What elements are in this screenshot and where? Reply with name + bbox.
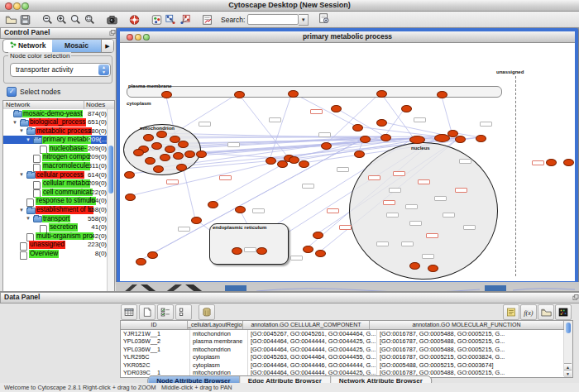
table-cell[interactable]: [GO:0044464, GO:0044446, GO:0044444, G..…	[248, 361, 377, 369]
table-row[interactable]: YKR052Ccytoplasm[GO:0044464, GO:0044446,…	[121, 361, 564, 369]
graph-node[interactable]	[409, 262, 420, 270]
graph-node[interactable]	[232, 247, 242, 255]
expander-icon[interactable]: ▼	[19, 208, 24, 213]
graph-node[interactable]	[409, 136, 425, 144]
graph-node[interactable]	[428, 265, 438, 272]
graph-node[interactable]	[331, 105, 342, 112]
expander-icon[interactable]: ▼	[26, 137, 31, 142]
new-document-icon[interactable]	[139, 304, 156, 320]
graph-node[interactable]	[455, 136, 466, 143]
help-lifering-icon[interactable]	[127, 13, 141, 26]
tree-row-label[interactable]: cellular process	[36, 171, 84, 179]
attribute-editor-icon[interactable]	[503, 304, 519, 320]
tree-row-label[interactable]: primary metabo	[42, 136, 91, 144]
table-cell[interactable]: YPL036W__2	[121, 337, 190, 345]
table-cell[interactable]: [GO:0044464, GO:0044444, GO:0044425, G..…	[248, 337, 377, 345]
save-icon[interactable]	[18, 13, 32, 26]
table-cell[interactable]: [GO:0016787, GO:0005488, GO:0005215, G..…	[377, 330, 564, 337]
float-panel-icon[interactable]	[572, 294, 579, 300]
close-window-icon[interactable]	[5, 2, 12, 10]
tree-row-label[interactable]: unassigned	[29, 241, 65, 249]
graph-node[interactable]	[160, 154, 170, 161]
graph-node[interactable]	[235, 206, 246, 213]
tree-row-label[interactable]: cellular metabo	[42, 179, 90, 188]
annotation-icon[interactable]	[200, 13, 214, 26]
tree-row[interactable]: cell communicat22(0)	[3, 188, 114, 197]
graph-node[interactable]	[153, 165, 164, 173]
graph-node[interactable]	[434, 134, 450, 142]
table-cell[interactable]: cytoplasm	[190, 361, 248, 369]
graph-node[interactable]	[321, 142, 332, 150]
tree-row[interactable]: ▼transport558(0)	[3, 214, 114, 223]
select-nodes-checkbox[interactable]: ✓	[7, 87, 17, 97]
graph-node[interactable]	[184, 151, 195, 158]
snapshot-camera-icon[interactable]	[105, 13, 119, 26]
tree-row-label[interactable]: nitrogen compo	[42, 153, 90, 161]
graph-node[interactable]	[196, 151, 207, 158]
table-cell[interactable]: YLR295C	[121, 353, 190, 361]
tree-row[interactable]: unassigned223(0)	[3, 241, 114, 250]
node-attributes-icon[interactable]	[150, 13, 164, 26]
tree-row-label[interactable]: cell communicat	[42, 189, 93, 197]
tree-row[interactable]: Overview8(0)	[3, 250, 114, 259]
graph-node[interactable]	[165, 146, 175, 153]
graph-node[interactable]	[476, 135, 486, 142]
graph-node[interactable]	[360, 136, 371, 143]
graph-node[interactable]	[234, 91, 245, 98]
network-window-titlebar[interactable]: primary metabolic process	[120, 31, 575, 43]
graph-node[interactable]	[546, 159, 557, 166]
attribute-matrix-icon[interactable]	[555, 304, 572, 320]
graph-node[interactable]	[563, 159, 574, 166]
graph-node[interactable]	[178, 141, 189, 148]
table-cell[interactable]: plasma membrane	[190, 337, 248, 345]
select-attributes-icon[interactable]	[157, 304, 174, 320]
graph-node[interactable]	[208, 201, 218, 208]
network-detail-icon[interactable]	[178, 13, 192, 26]
graph-node[interactable]	[143, 134, 154, 141]
table-cell[interactable]: [GO:0016787, GO:0005488, GO:0005215, G..…	[377, 346, 564, 353]
function-builder-icon[interactable]: f(x)	[520, 304, 537, 320]
graph-node[interactable]	[289, 156, 299, 164]
tree-row[interactable]: ▼cellular process614(0)	[3, 170, 114, 179]
tree-row[interactable]: ▼biological_process651(0)	[3, 118, 114, 127]
graph-node[interactable]	[124, 171, 135, 179]
expander-icon[interactable]: ▼	[12, 120, 17, 125]
graph-node[interactable]	[133, 149, 144, 156]
graph-node[interactable]	[401, 105, 412, 112]
node-color-dropdown[interactable]: transporter activity ▲▼	[10, 63, 111, 77]
tab-network[interactable]: Network	[3, 40, 52, 52]
graph-node[interactable]	[156, 131, 167, 138]
open-folder-icon[interactable]	[4, 13, 18, 26]
table-cell[interactable]: [GO:0016787, GO:0005215, GO:0003824, G..…	[377, 353, 564, 361]
column-header[interactable]: ID	[121, 321, 188, 329]
tree-row[interactable]: nucleobase-209(0)	[3, 144, 114, 153]
unselect-attributes-icon[interactable]	[175, 304, 192, 320]
table-cell[interactable]: [GO:0016787, GO:0005488, GO:0005215, G..…	[377, 337, 564, 345]
column-header[interactable]: _cellularLayoutRegion	[188, 321, 243, 329]
table-cell[interactable]: YPL036W__1	[121, 346, 190, 353]
frame-zoom-icon[interactable]	[143, 34, 150, 41]
graph-node[interactable]	[191, 217, 202, 224]
column-header[interactable]: annotation.GO MOLECULAR_FUNCTION	[370, 321, 564, 329]
table-cell[interactable]: mitochondrion	[190, 346, 248, 353]
graph-node[interactable]	[303, 246, 313, 253]
network-canvas[interactable]: plasma membranecytoplasmmitochondrionnuc…	[120, 43, 575, 281]
expander-icon[interactable]: ▼	[26, 216, 31, 221]
graph-node[interactable]	[313, 232, 323, 239]
table-row[interactable]: YLR295Ccytoplasm[GO:0045263, GO:0044464,…	[121, 353, 564, 361]
tree-row[interactable]: macromolecule311(0)	[3, 162, 114, 171]
tab-mosaic[interactable]: Mosaic	[52, 40, 101, 52]
tree-row-label[interactable]: transport	[42, 215, 70, 223]
table-row[interactable]: YPL036W__1mitochondrion[GO:0044464, GO:0…	[121, 346, 564, 353]
tree-row[interactable]: mosaic-demo-yeast874(0)	[3, 109, 114, 118]
table-cell[interactable]: YKR052C	[121, 361, 190, 369]
tree-row[interactable]: cellular metabo209(0)	[3, 179, 114, 189]
tree-row-label[interactable]: Overview	[29, 250, 59, 258]
tree-scrollbar-thumb[interactable]	[108, 146, 113, 194]
search-input[interactable]	[247, 14, 299, 25]
graph-node[interactable]	[145, 157, 156, 165]
search-dropdown-arrow-icon[interactable]: ▼	[299, 14, 309, 26]
table-cell[interactable]: [GO:0045263, GO:0044464, GO:0044455, G..…	[248, 353, 377, 361]
tree-row[interactable]: ▼metabolic process280(0)	[3, 127, 114, 136]
table-row[interactable]: YJR121W__1mitochondrion[GO:0045267, GO:0…	[121, 330, 564, 337]
